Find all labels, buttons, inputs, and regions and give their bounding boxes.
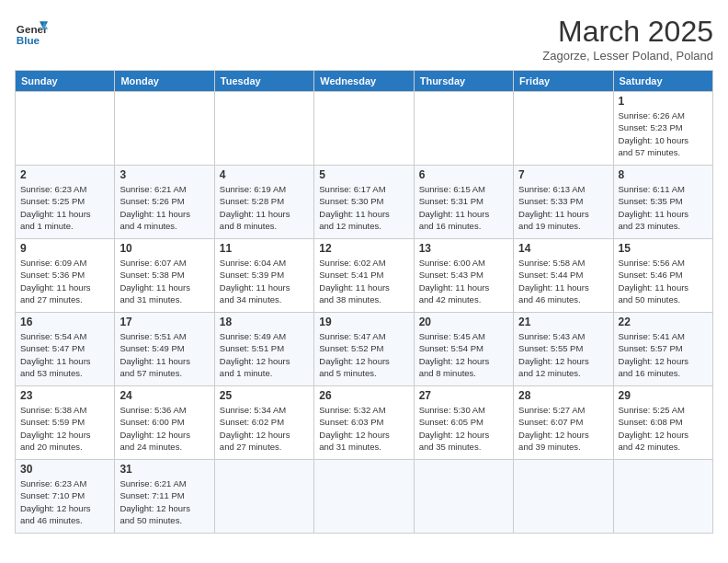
day-number: 8 [619, 168, 708, 181]
day-number: 15 [619, 242, 708, 255]
weekday-header-monday: Monday [115, 71, 214, 92]
calendar-cell [314, 460, 414, 534]
day-info: Sunrise: 5:30 AMSunset: 6:05 PMDaylight:… [419, 404, 508, 453]
calendar-cell: 2Sunrise: 6:23 AMSunset: 5:25 PMDaylight… [16, 166, 115, 239]
day-info: Sunrise: 5:58 AMSunset: 5:44 PMDaylight:… [518, 257, 608, 305]
logo: General Blue [15, 15, 48, 48]
day-number: 30 [20, 463, 109, 476]
calendar-cell [414, 92, 513, 166]
day-number: 11 [220, 242, 309, 255]
calendar-cell: 7Sunrise: 6:13 AMSunset: 5:33 PMDaylight… [514, 166, 613, 239]
day-number: 23 [20, 389, 109, 402]
day-number: 1 [619, 95, 708, 108]
day-info: Sunrise: 6:09 AMSunset: 5:36 PMDaylight:… [20, 257, 109, 305]
day-info: Sunrise: 6:19 AMSunset: 5:28 PMDaylight:… [220, 183, 309, 232]
calendar-cell: 22Sunrise: 5:41 AMSunset: 5:57 PMDayligh… [613, 313, 712, 386]
calendar-cell: 20Sunrise: 5:45 AMSunset: 5:54 PMDayligh… [414, 313, 513, 386]
calendar-cell: 25Sunrise: 5:34 AMSunset: 6:02 PMDayligh… [214, 386, 313, 460]
day-info: Sunrise: 5:41 AMSunset: 5:57 PMDaylight:… [619, 330, 708, 379]
weekday-header-wednesday: Wednesday [314, 71, 414, 92]
calendar-week-3: 9Sunrise: 6:09 AMSunset: 5:36 PMDaylight… [16, 239, 713, 313]
calendar-cell [214, 92, 313, 166]
day-number: 14 [518, 242, 608, 255]
calendar-cell: 30Sunrise: 6:23 AMSunset: 7:10 PMDayligh… [16, 460, 115, 534]
weekday-header-thursday: Thursday [414, 71, 513, 92]
calendar-cell: 1Sunrise: 6:26 AMSunset: 5:23 PMDaylight… [613, 92, 712, 166]
day-number: 4 [220, 168, 309, 181]
calendar-week-6: 30Sunrise: 6:23 AMSunset: 7:10 PMDayligh… [16, 460, 713, 534]
day-number: 17 [119, 316, 209, 328]
calendar-cell: 29Sunrise: 5:25 AMSunset: 6:08 PMDayligh… [613, 386, 712, 460]
day-info: Sunrise: 5:34 AMSunset: 6:02 PMDaylight:… [220, 404, 309, 453]
day-info: Sunrise: 5:38 AMSunset: 5:59 PMDaylight:… [20, 404, 109, 453]
day-number: 22 [619, 316, 708, 328]
calendar-cell: 27Sunrise: 5:30 AMSunset: 6:05 PMDayligh… [414, 386, 513, 460]
svg-text:Blue: Blue [17, 34, 40, 46]
weekday-header-tuesday: Tuesday [214, 71, 313, 92]
calendar-cell: 26Sunrise: 5:32 AMSunset: 6:03 PMDayligh… [314, 386, 414, 460]
calendar-cell: 5Sunrise: 6:17 AMSunset: 5:30 PMDaylight… [314, 166, 414, 239]
day-info: Sunrise: 6:23 AMSunset: 5:25 PMDaylight:… [20, 183, 109, 232]
day-info: Sunrise: 6:15 AMSunset: 5:31 PMDaylight:… [419, 183, 508, 232]
day-info: Sunrise: 5:36 AMSunset: 6:00 PMDaylight:… [119, 404, 209, 453]
day-info: Sunrise: 5:25 AMSunset: 6:08 PMDaylight:… [619, 404, 708, 453]
page-header: General Blue March 2025 Zagorze, Lesser … [15, 15, 713, 63]
day-info: Sunrise: 5:54 AMSunset: 5:47 PMDaylight:… [20, 330, 109, 379]
day-info: Sunrise: 5:43 AMSunset: 5:55 PMDaylight:… [518, 330, 608, 379]
calendar-cell: 3Sunrise: 6:21 AMSunset: 5:26 PMDaylight… [115, 166, 214, 239]
location-subtitle: Zagorze, Lesser Poland, Poland [542, 49, 713, 63]
weekday-header-friday: Friday [514, 71, 613, 92]
day-info: Sunrise: 5:47 AMSunset: 5:52 PMDaylight:… [319, 330, 408, 379]
day-info: Sunrise: 5:27 AMSunset: 6:07 PMDaylight:… [518, 404, 608, 453]
day-number: 24 [119, 389, 209, 402]
calendar-cell: 24Sunrise: 5:36 AMSunset: 6:00 PMDayligh… [115, 386, 214, 460]
calendar-cell: 14Sunrise: 5:58 AMSunset: 5:44 PMDayligh… [514, 239, 613, 313]
day-number: 20 [419, 316, 508, 328]
calendar-cell: 28Sunrise: 5:27 AMSunset: 6:07 PMDayligh… [514, 386, 613, 460]
day-number: 3 [119, 168, 209, 181]
day-number: 29 [619, 389, 708, 402]
calendar-cell: 6Sunrise: 6:15 AMSunset: 5:31 PMDaylight… [414, 166, 513, 239]
day-number: 7 [518, 168, 608, 181]
calendar-cell: 23Sunrise: 5:38 AMSunset: 5:59 PMDayligh… [16, 386, 115, 460]
day-info: Sunrise: 5:45 AMSunset: 5:54 PMDaylight:… [419, 330, 508, 379]
calendar-cell: 15Sunrise: 5:56 AMSunset: 5:46 PMDayligh… [613, 239, 712, 313]
day-info: Sunrise: 6:11 AMSunset: 5:35 PMDaylight:… [619, 183, 708, 232]
day-number: 18 [220, 316, 309, 328]
calendar-cell: 17Sunrise: 5:51 AMSunset: 5:49 PMDayligh… [115, 313, 214, 386]
day-number: 13 [419, 242, 508, 255]
calendar-cell [214, 460, 313, 534]
calendar-cell: 19Sunrise: 5:47 AMSunset: 5:52 PMDayligh… [314, 313, 414, 386]
calendar-week-5: 23Sunrise: 5:38 AMSunset: 5:59 PMDayligh… [16, 386, 713, 460]
day-info: Sunrise: 6:26 AMSunset: 5:23 PMDaylight:… [619, 109, 708, 158]
calendar-cell: 10Sunrise: 6:07 AMSunset: 5:38 PMDayligh… [115, 239, 214, 313]
day-number: 25 [220, 389, 309, 402]
day-number: 31 [119, 463, 209, 476]
month-title: March 2025 [542, 15, 713, 49]
calendar-table: SundayMondayTuesdayWednesdayThursdayFrid… [15, 70, 713, 534]
calendar-week-4: 16Sunrise: 5:54 AMSunset: 5:47 PMDayligh… [16, 313, 713, 386]
calendar-cell: 13Sunrise: 6:00 AMSunset: 5:43 PMDayligh… [414, 239, 513, 313]
weekday-header-saturday: Saturday [613, 71, 712, 92]
calendar-cell [314, 92, 414, 166]
day-info: Sunrise: 5:51 AMSunset: 5:49 PMDaylight:… [119, 330, 209, 379]
day-info: Sunrise: 6:13 AMSunset: 5:33 PMDaylight:… [518, 183, 608, 232]
calendar-cell: 18Sunrise: 5:49 AMSunset: 5:51 PMDayligh… [214, 313, 313, 386]
day-info: Sunrise: 6:04 AMSunset: 5:39 PMDaylight:… [220, 257, 309, 305]
day-number: 9 [20, 242, 109, 255]
day-number: 19 [319, 316, 408, 328]
day-info: Sunrise: 6:00 AMSunset: 5:43 PMDaylight:… [419, 257, 508, 305]
calendar-week-2: 2Sunrise: 6:23 AMSunset: 5:25 PMDaylight… [16, 166, 713, 239]
calendar-week-1: 1Sunrise: 6:26 AMSunset: 5:23 PMDaylight… [16, 92, 713, 166]
day-number: 2 [20, 168, 109, 181]
calendar-cell: 31Sunrise: 6:21 AMSunset: 7:11 PMDayligh… [115, 460, 214, 534]
calendar-cell [16, 92, 115, 166]
day-info: Sunrise: 5:56 AMSunset: 5:46 PMDaylight:… [619, 257, 708, 305]
day-info: Sunrise: 6:21 AMSunset: 5:26 PMDaylight:… [119, 183, 209, 232]
calendar-cell [613, 460, 712, 534]
calendar-cell: 16Sunrise: 5:54 AMSunset: 5:47 PMDayligh… [16, 313, 115, 386]
calendar-cell: 8Sunrise: 6:11 AMSunset: 5:35 PMDaylight… [613, 166, 712, 239]
calendar-cell [514, 92, 613, 166]
day-info: Sunrise: 5:49 AMSunset: 5:51 PMDaylight:… [220, 330, 309, 379]
day-info: Sunrise: 6:21 AMSunset: 7:11 PMDaylight:… [119, 477, 209, 526]
